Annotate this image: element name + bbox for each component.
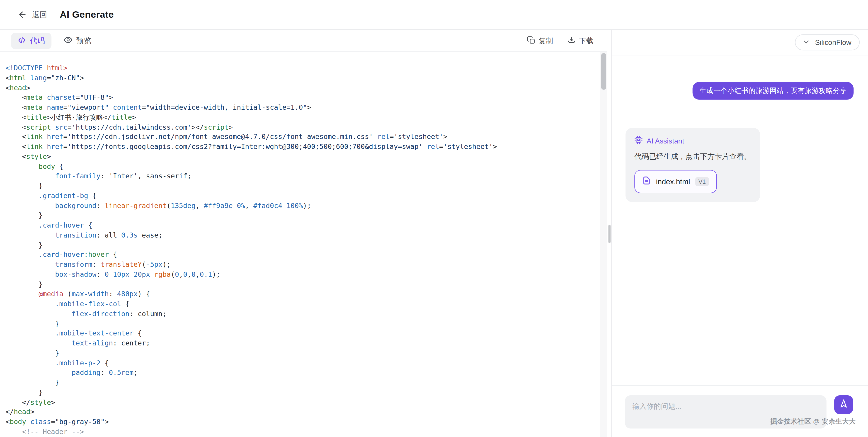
code-line: font-family: 'Inter', sans-serif; — [5, 171, 600, 181]
code-line: } — [5, 319, 600, 329]
tab-preview[interactable]: 预览 — [57, 32, 98, 49]
code-line: .mobile-p-2 { — [5, 358, 600, 368]
send-icon — [839, 399, 849, 410]
chat-header: SiliconFlow — [612, 30, 868, 55]
chat-input[interactable] — [625, 395, 827, 428]
download-icon — [567, 36, 576, 46]
code-line: .mobile-flex-col { — [5, 299, 600, 309]
assistant-message-card: AI Assistant 代码已经生成，点击下方卡片查看。 index.html… — [625, 128, 760, 202]
top-header: 返回 AI Generate — [0, 0, 868, 30]
code-line: } — [5, 211, 600, 220]
back-button[interactable]: 返回 — [18, 10, 47, 20]
code-line: } — [5, 181, 600, 191]
code-line: text-align: center; — [5, 338, 600, 348]
code-scrollbar[interactable] — [600, 52, 607, 437]
user-message-row: 生成一个小红书的旅游网站，要有旅游攻略分享 — [625, 82, 854, 100]
code-line: <body class="bg-gray-50"> — [5, 417, 600, 427]
chat-messages: 生成一个小红书的旅游网站，要有旅游攻略分享 AI Assistant 代码已经生… — [612, 55, 868, 385]
code-line: padding: 0.5rem; — [5, 368, 600, 377]
code-line: <link href='https://cdn.jsdelivr.net/npm… — [5, 132, 600, 142]
copy-label: 复制 — [539, 36, 553, 46]
code-line: body { — [5, 161, 600, 171]
copy-button[interactable]: 复制 — [527, 36, 553, 46]
code-line: .mobile-text-center { — [5, 329, 600, 338]
code-line: } — [5, 348, 600, 358]
code-scrollbar-thumb[interactable] — [601, 53, 606, 90]
send-button[interactable] — [834, 395, 853, 414]
code-line: <!-- Header --> — [5, 427, 600, 437]
back-arrow-icon — [18, 10, 27, 20]
assistant-name: AI Assistant — [647, 137, 684, 145]
assistant-text: 代码已经生成，点击下方卡片查看。 — [634, 151, 751, 162]
assistant-header: AI Assistant — [634, 135, 751, 146]
code-line: .card-hover { — [5, 220, 600, 230]
tab-code[interactable]: 代码 — [11, 32, 52, 49]
file-card-index-html[interactable]: index.html V1 — [634, 170, 717, 193]
cpu-chip-icon — [634, 135, 643, 146]
model-selector-label: SiliconFlow — [815, 38, 851, 47]
main-layout: 代码 预览 复制 — [0, 30, 868, 437]
code-line: @media (max-width: 480px) { — [5, 289, 600, 299]
code-line: </style> — [5, 397, 600, 407]
chat-input-area: 掘金技术社区 @ 安余生大大 — [612, 385, 868, 437]
copy-icon — [527, 36, 535, 46]
chat-panel: SiliconFlow 生成一个小红书的旅游网站，要有旅游攻略分享 AI Ass… — [612, 30, 868, 437]
code-line: <html lang="zh-CN"> — [5, 73, 600, 83]
code-line: <head> — [5, 83, 600, 92]
code-line: <!DOCTYPE html> — [5, 63, 600, 73]
code-content: <!DOCTYPE html><html lang="zh-CN"><head>… — [0, 52, 600, 437]
file-icon — [642, 176, 651, 187]
file-name: index.html — [656, 178, 690, 186]
code-line: } — [5, 279, 600, 289]
code-editor[interactable]: <!DOCTYPE html><html lang="zh-CN"><head>… — [0, 52, 607, 437]
code-line: .card-hover:hover { — [5, 250, 600, 259]
code-line: .gradient-bg { — [5, 191, 600, 200]
ai-generate-page: 返回 AI Generate 代码 预览 — [0, 0, 868, 437]
code-line: box-shadow: 0 10px 20px rgba(0,0,0,0.1); — [5, 270, 600, 279]
tab-preview-label: 预览 — [76, 36, 91, 46]
code-line: } — [5, 378, 600, 387]
panel-resizer-grip[interactable] — [608, 225, 610, 243]
code-icon — [18, 36, 26, 46]
back-label: 返回 — [32, 10, 47, 20]
code-panel: 代码 预览 复制 — [0, 30, 608, 437]
code-line: <link href='https://fonts.googleapis.com… — [5, 142, 600, 151]
panel-resizer[interactable] — [608, 30, 612, 437]
code-line: transform: translateY(-5px); — [5, 260, 600, 270]
code-line: <meta charset="UTF-8"> — [5, 93, 600, 102]
file-version-badge: V1 — [695, 177, 709, 186]
code-line: background: linear-gradient(135deg, #ff9… — [5, 200, 600, 210]
eye-icon — [64, 35, 72, 46]
code-line: } — [5, 240, 600, 250]
user-message-bubble: 生成一个小红书的旅游网站，要有旅游攻略分享 — [692, 82, 854, 100]
code-line: flex-direction: column; — [5, 309, 600, 318]
download-label: 下载 — [579, 36, 593, 46]
tab-code-label: 代码 — [30, 36, 45, 46]
download-button[interactable]: 下载 — [567, 36, 593, 46]
code-line: transition: all 0.3s ease; — [5, 230, 600, 240]
code-line: } — [5, 387, 600, 397]
code-line: <style> — [5, 152, 600, 161]
model-selector-dropdown[interactable]: SiliconFlow — [795, 34, 860, 50]
code-toolbar: 代码 预览 复制 — [0, 30, 607, 52]
code-line: <meta name="viewport" content="width=dev… — [5, 102, 600, 112]
code-line: </head> — [5, 407, 600, 417]
code-line: <script src='https://cdn.tailwindcss.com… — [5, 122, 600, 132]
page-title: AI Generate — [60, 9, 114, 20]
chevron-down-icon — [803, 37, 810, 48]
code-line: <title>小红书·旅行攻略</title> — [5, 112, 600, 122]
